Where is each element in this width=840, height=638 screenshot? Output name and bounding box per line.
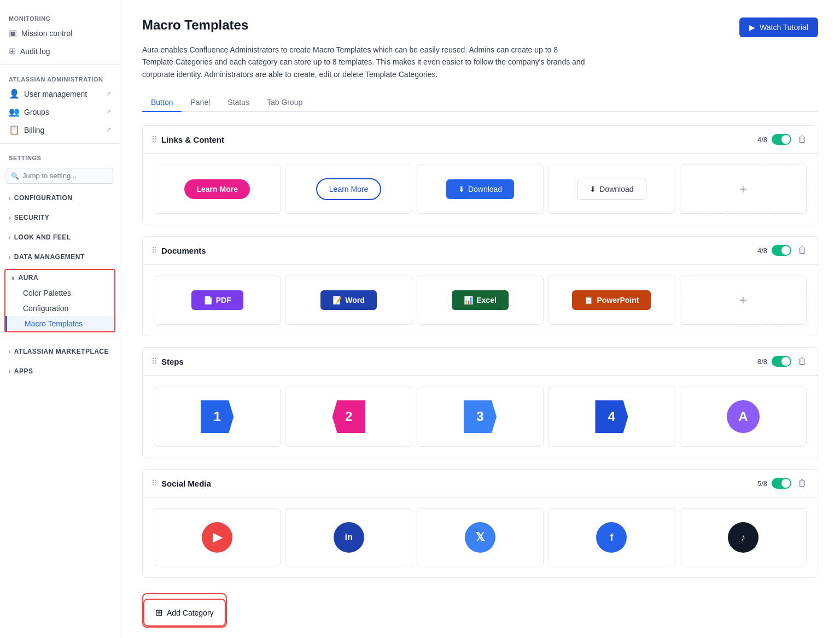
look-feel-group-title[interactable]: › LOOK AND FEEL <box>0 230 120 245</box>
links-content-toggle[interactable] <box>772 134 791 145</box>
links-content-delete-button[interactable]: 🗑 <box>796 133 809 145</box>
word-icon: 📝 <box>332 296 342 305</box>
step-1[interactable]: 1 <box>201 400 234 433</box>
steps-toggle[interactable] <box>772 356 791 367</box>
linkedin-icon[interactable]: in <box>334 522 364 553</box>
sidebar-item-user-management[interactable]: 👤 User management ↗ <box>0 85 120 103</box>
arrow-icon: ↗ <box>106 108 111 115</box>
twitter-icon[interactable]: 𝕏 <box>465 522 495 553</box>
watch-tutorial-button[interactable]: ▶ Watch Tutorial <box>739 17 818 37</box>
sidebar-item-mission-control[interactable]: ▣ Mission control <box>0 24 120 42</box>
documents-toggle[interactable] <box>772 245 791 256</box>
template-cell[interactable]: 📄 PDF <box>154 276 281 325</box>
download-outline-button[interactable]: ⬇ Download <box>577 179 646 200</box>
steps-category: ⠿ Steps 8/8 🗑 1 2 3 4 A <box>142 347 818 458</box>
monitoring-section-title: MONITORING <box>0 9 120 24</box>
step-2[interactable]: 2 <box>332 400 365 433</box>
sidebar-item-groups[interactable]: 👥 Groups ↗ <box>0 103 120 121</box>
steps-delete-button[interactable]: 🗑 <box>796 355 809 367</box>
page-description: Aura enables Confluence Administrators t… <box>142 44 591 80</box>
template-cell[interactable]: Learn More <box>154 165 281 214</box>
sidebar-item-billing[interactable]: 📋 Billing ↗ <box>0 121 120 139</box>
tiktok-icon[interactable]: ♪ <box>728 522 759 553</box>
learn-more-magenta-button[interactable]: Learn More <box>184 179 249 199</box>
apps-group-title[interactable]: › APPS <box>0 364 120 379</box>
chevron-down-icon: ∨ <box>11 275 15 281</box>
template-cell[interactable]: 𝕏 <box>417 508 544 566</box>
security-group-title[interactable]: › SECURITY <box>0 210 120 225</box>
template-cell[interactable]: 📋 PowerPoint <box>548 276 675 325</box>
documents-delete-button[interactable]: 🗑 <box>796 244 809 256</box>
template-cell[interactable]: 📝 Word <box>285 276 412 325</box>
step-3[interactable]: 3 <box>464 400 497 433</box>
steps-title: Steps <box>161 357 753 366</box>
documents-count: 4/8 <box>757 247 767 255</box>
tab-panel[interactable]: Panel <box>182 93 219 112</box>
template-cell[interactable]: 📊 Excel <box>417 276 544 325</box>
links-content-count: 4/8 <box>757 136 767 144</box>
documents-title: Documents <box>161 246 753 255</box>
social-media-delete-button[interactable]: 🗑 <box>796 477 809 489</box>
template-cell[interactable]: A <box>680 387 807 447</box>
step-a[interactable]: A <box>727 400 760 433</box>
add-category-button[interactable]: ⊞ Add Category <box>143 599 226 627</box>
configuration-group: › CONFIGURATION <box>0 188 120 208</box>
tab-status[interactable]: Status <box>219 93 258 112</box>
add-template-cell[interactable]: + <box>680 276 807 325</box>
search-input[interactable] <box>7 168 113 184</box>
sidebar-item-color-palettes[interactable]: Color Palettes <box>5 285 114 301</box>
powerpoint-button[interactable]: 📋 PowerPoint <box>572 290 651 310</box>
drag-handle-icon[interactable]: ⠿ <box>151 135 157 144</box>
header-left: Macro Templates Aura enables Confluence … <box>142 17 591 80</box>
security-group: › SECURITY <box>0 208 120 227</box>
social-media-toggle[interactable] <box>772 478 791 489</box>
download-blue-button[interactable]: ⬇ Download <box>446 179 514 199</box>
learn-more-outline-button[interactable]: Learn More <box>316 178 382 200</box>
template-cell[interactable]: ♪ <box>680 508 807 566</box>
add-category-icon: ⊞ <box>155 607 162 618</box>
social-media-header: ⠿ Social Media 5/8 🗑 <box>143 470 818 497</box>
atlassian-admin-title: ATLASSIAN ADMINISTRATION <box>0 69 120 85</box>
excel-button[interactable]: 📊 Excel <box>452 290 509 310</box>
settings-search[interactable]: 🔍 <box>7 168 113 184</box>
page-title: Macro Templates <box>142 17 591 33</box>
drag-handle-icon[interactable]: ⠿ <box>151 357 157 366</box>
arrow-icon: ↗ <box>106 90 111 97</box>
apps-group: › APPS <box>0 361 120 381</box>
atlassian-marketplace-title[interactable]: › ATLASSIAN MARKETPLACE <box>0 344 120 359</box>
facebook-icon[interactable]: f <box>596 522 627 553</box>
tab-tab-group[interactable]: Tab Group <box>258 93 311 112</box>
sidebar-item-configuration[interactable]: Configuration <box>5 301 114 316</box>
add-icon: + <box>739 182 747 197</box>
template-cell[interactable]: ⬇ Download <box>417 165 544 214</box>
sidebar-item-audit-log[interactable]: ⊞ Audit log <box>0 42 120 60</box>
tab-bar: Button Panel Status Tab Group <box>142 93 818 112</box>
template-cell[interactable]: in <box>285 508 412 566</box>
template-cell[interactable]: 1 <box>154 387 281 447</box>
ppt-icon: 📋 <box>584 296 593 305</box>
template-cell[interactable]: 3 <box>417 387 544 447</box>
pdf-button[interactable]: 📄 PDF <box>191 290 243 310</box>
template-cell[interactable]: f <box>548 508 675 566</box>
audit-icon: ⊞ <box>9 46 16 56</box>
drag-handle-icon[interactable]: ⠿ <box>151 246 157 255</box>
youtube-icon[interactable]: ▶ <box>202 522 232 553</box>
data-management-group-title[interactable]: › DATA MANAGEMENT <box>0 249 120 265</box>
step-4[interactable]: 4 <box>595 400 628 433</box>
template-cell[interactable]: Learn More <box>285 165 412 214</box>
monitor-icon: ▣ <box>9 28 17 38</box>
data-management-group: › DATA MANAGEMENT <box>0 247 120 267</box>
aura-group-title[interactable]: ∨ AURA <box>5 270 114 285</box>
template-cell[interactable]: 2 <box>285 387 412 447</box>
tab-button[interactable]: Button <box>142 93 182 112</box>
configuration-group-title[interactable]: › CONFIGURATION <box>0 190 120 206</box>
sidebar-item-macro-templates[interactable]: Macro Templates <box>5 316 114 331</box>
template-cell[interactable]: ▶ <box>154 508 281 566</box>
template-cell[interactable]: 4 <box>548 387 675 447</box>
chevron-icon: › <box>9 235 11 241</box>
template-cell[interactable]: ⬇ Download <box>548 165 675 214</box>
drag-handle-icon[interactable]: ⠿ <box>151 479 157 488</box>
documents-templates: 📄 PDF 📝 Word 📊 Excel 📋 PowerPoint + <box>143 265 818 336</box>
word-button[interactable]: 📝 Word <box>320 290 377 310</box>
add-template-cell[interactable]: + <box>680 165 807 214</box>
